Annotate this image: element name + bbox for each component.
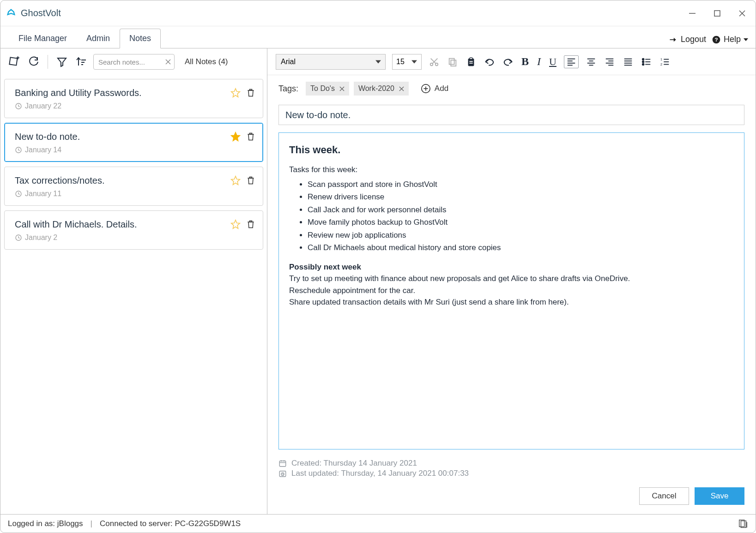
tag-chip[interactable]: Work-2020 (354, 82, 409, 96)
align-center-icon[interactable] (585, 56, 597, 68)
star-icon[interactable] (230, 219, 241, 229)
align-justify-icon[interactable] (622, 56, 634, 68)
new-note-icon[interactable] (6, 54, 22, 70)
tasks-label: Tasks for this week: (289, 164, 734, 176)
minimize-icon[interactable] (689, 10, 696, 17)
notes-list-pane: All Notes (4) Banking and Utility Passwo… (0, 48, 267, 514)
svg-rect-28 (469, 62, 472, 63)
svg-point-47 (642, 63, 644, 65)
save-button[interactable]: Save (695, 487, 744, 505)
note-card-title: Call with Dr Michaels. Details. (15, 219, 255, 230)
svg-rect-63 (279, 461, 286, 467)
svg-point-45 (642, 58, 644, 60)
help-label: Help (724, 35, 741, 44)
underline-icon[interactable]: U (548, 55, 557, 69)
app-title: GhostVolt (21, 8, 61, 18)
filter-icon[interactable] (54, 54, 69, 69)
tag-label: Work-2020 (358, 84, 394, 93)
remove-tag-icon[interactable] (399, 86, 404, 91)
svg-rect-23 (449, 58, 454, 64)
trash-icon[interactable] (246, 176, 255, 185)
note-card[interactable]: Call with Dr Michaels. Details. January … (4, 210, 263, 250)
note-list: Banking and Utility Passwords. January 2… (0, 75, 267, 253)
number-list-icon[interactable]: 12 (659, 56, 671, 68)
note-card-title: Banking and Utility Passwords. (15, 88, 255, 98)
svg-rect-6 (9, 57, 17, 65)
status-connected: Connected to server: PC-G22G5D9W1S (100, 519, 241, 528)
note-editor[interactable]: This week. Tasks for this week: Scan pas… (278, 132, 744, 449)
tag-chip[interactable]: To Do's (306, 82, 349, 96)
note-card-date: January 2 (15, 234, 255, 242)
add-tag-label: Add (435, 84, 448, 93)
created-label: Created: Thursday 14 January 2021 (291, 459, 417, 468)
search-input[interactable] (93, 54, 175, 70)
svg-text:1: 1 (660, 57, 662, 61)
bullet-item: Call Dr Michaels about medical history a… (308, 242, 734, 254)
chevron-down-icon (744, 37, 748, 42)
tab-admin[interactable]: Admin (77, 29, 120, 48)
created-row: Created: Thursday 14 January 2021 (278, 459, 744, 468)
note-card[interactable]: Banking and Utility Passwords. January 2… (4, 79, 263, 118)
svg-rect-24 (451, 60, 456, 66)
trash-icon[interactable] (246, 132, 255, 141)
bullet-item: Scan passport and store in GhostVolt (308, 179, 734, 191)
all-notes-count: All Notes (4) (185, 57, 228, 66)
pages-icon[interactable] (738, 519, 748, 529)
trash-icon[interactable] (246, 88, 255, 97)
tab-notes[interactable]: Notes (120, 29, 161, 48)
note-card[interactable]: New to-do note. January 14 (4, 123, 263, 162)
bullet-item: Review new job applications (308, 229, 734, 241)
svg-text:2: 2 (660, 62, 662, 66)
help-icon: ? (712, 35, 721, 44)
font-size-select[interactable]: 15 (392, 54, 422, 70)
redo-icon[interactable] (502, 56, 514, 68)
tab-file-manager[interactable]: File Manager (9, 29, 77, 48)
bullet-item: Move family photos backup to GhostVolt (308, 216, 734, 228)
svg-rect-27 (469, 61, 472, 62)
editor-toolbar: Arial 15 B I U 12 (267, 48, 756, 75)
align-left-icon[interactable] (564, 55, 579, 68)
status-logged-in: Logged in as: jBloggs (8, 519, 83, 528)
copy-icon[interactable] (447, 56, 459, 68)
font-select[interactable]: Arial (276, 54, 386, 70)
cancel-button[interactable]: Cancel (639, 487, 689, 505)
note-card-date: January 14 (15, 146, 255, 154)
help-link[interactable]: ? Help (712, 35, 748, 44)
bullet-list-icon[interactable] (641, 56, 653, 68)
updated-label: Last updated: Thursday, 14 January 2021 … (291, 469, 469, 478)
clear-search-icon[interactable] (165, 59, 171, 65)
logout-link[interactable]: Logout (669, 35, 706, 44)
close-icon[interactable] (739, 10, 745, 17)
star-icon[interactable] (230, 132, 241, 142)
bullet-item: Call Jack and for work personnel details (308, 204, 734, 216)
svg-text:?: ? (714, 36, 718, 42)
plus-circle-icon (421, 84, 431, 94)
cut-icon[interactable] (428, 56, 440, 68)
app-icon (6, 8, 16, 18)
calendar-icon (278, 459, 287, 467)
undo-icon[interactable] (484, 56, 496, 68)
logout-icon (669, 35, 678, 44)
note-card[interactable]: Tax corrections/notes. January 11 (4, 167, 263, 206)
note-title-input[interactable] (278, 105, 744, 125)
bold-icon[interactable]: B (520, 54, 530, 69)
svg-point-46 (642, 61, 644, 63)
svg-rect-1 (714, 11, 720, 16)
maximize-icon[interactable] (714, 10, 720, 17)
sort-icon[interactable] (74, 54, 89, 69)
toolbar-divider (48, 55, 48, 69)
paste-icon[interactable] (465, 56, 477, 68)
trash-icon[interactable] (246, 220, 255, 229)
note-heading: This week. (289, 142, 734, 157)
add-tag-button[interactable]: Add (421, 84, 448, 94)
bullet-item: Renew drivers license (308, 191, 734, 203)
refresh-icon[interactable] (26, 54, 41, 69)
align-right-icon[interactable] (604, 56, 616, 68)
italic-icon[interactable]: I (536, 54, 542, 69)
remove-tag-icon[interactable] (339, 86, 345, 91)
star-icon[interactable] (230, 88, 241, 98)
logout-label: Logout (681, 35, 706, 44)
tab-bar: File Manager Admin Notes Logout ? Help (0, 26, 756, 48)
body-line: Reschedule appointment for the car. (289, 285, 734, 297)
star-icon[interactable] (230, 175, 241, 186)
